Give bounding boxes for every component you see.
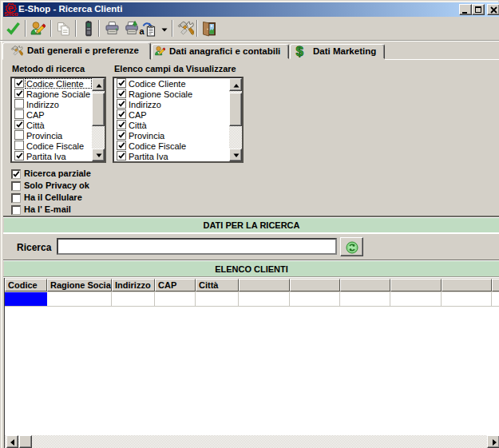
svg-text:Shop: Shop	[4, 11, 18, 16]
svg-text:$: $	[296, 44, 304, 58]
svg-text:a: a	[140, 26, 145, 36]
